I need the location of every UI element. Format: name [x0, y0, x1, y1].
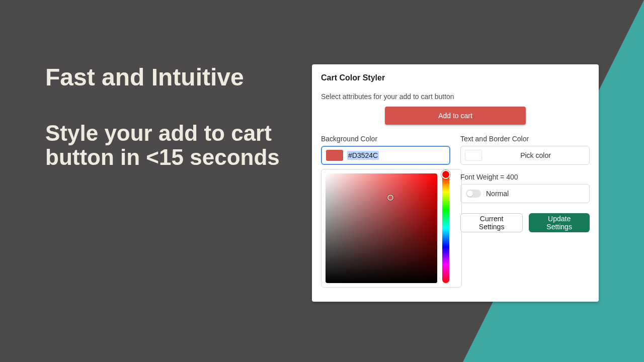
font-weight-toggle[interactable]: [466, 190, 481, 198]
hero-text: Fast and Intuitive Style your add to car…: [45, 64, 287, 170]
hue-slider[interactable]: [442, 173, 449, 283]
text-border-swatch-icon: [465, 150, 482, 161]
panel-title: Cart Color Styler: [321, 73, 590, 82]
background-color-hex-value[interactable]: #D3524C: [347, 151, 379, 160]
text-border-placeholder: Pick color: [486, 151, 585, 159]
promo-stage: Fast and Intuitive Style your add to car…: [0, 0, 644, 362]
hero-line-2: Style your add to cart button in <15 sec…: [45, 121, 287, 170]
saturation-value-panel[interactable]: [326, 173, 437, 283]
add-to-cart-preview-button[interactable]: Add to cart: [385, 107, 526, 125]
background-color-input[interactable]: #D3524C: [321, 146, 450, 165]
right-column: Text and Border Color Pick color Font We…: [460, 135, 590, 288]
update-settings-button[interactable]: Update Settings: [529, 213, 590, 232]
background-color-column: Background Color #D3524C: [321, 135, 450, 288]
font-weight-toggle-row[interactable]: Normal: [460, 184, 590, 203]
actions-row: Current Settings Update Settings: [460, 213, 590, 232]
hue-thumb-icon[interactable]: [441, 170, 450, 179]
font-weight-value: Normal: [486, 190, 509, 198]
color-picker[interactable]: [321, 169, 462, 288]
text-border-color-label: Text and Border Color: [460, 135, 590, 143]
hero-line-1: Fast and Intuitive: [45, 64, 287, 91]
font-weight-label: Font Weight = 400: [460, 173, 590, 181]
text-border-color-input[interactable]: Pick color: [460, 146, 590, 165]
current-settings-button[interactable]: Current Settings: [460, 213, 523, 232]
panel-subtitle: Select attributes for your add to cart b…: [321, 93, 590, 101]
sv-cursor-icon[interactable]: [387, 195, 393, 201]
background-color-label: Background Color: [321, 135, 450, 143]
styler-panel: Cart Color Styler Select attributes for …: [312, 64, 599, 302]
background-color-swatch-icon: [326, 150, 343, 161]
